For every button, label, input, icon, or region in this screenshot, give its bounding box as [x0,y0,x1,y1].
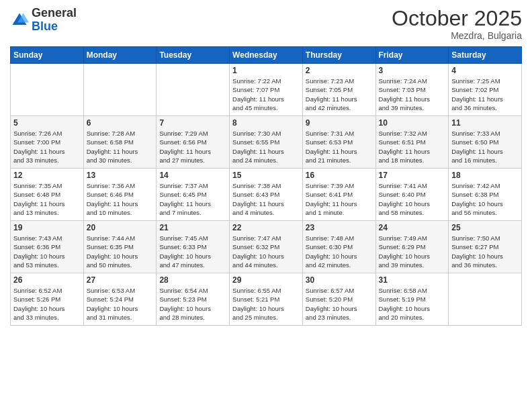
day-info: Sunrise: 7:41 AM Sunset: 6:40 PM Dayligh… [379,181,446,217]
day-info: Sunrise: 7:48 AM Sunset: 6:30 PM Dayligh… [306,234,373,269]
calendar-cell: 29Sunrise: 6:55 AM Sunset: 5:21 PM Dayli… [230,273,303,326]
day-info: Sunrise: 7:29 AM Sunset: 6:56 PM Dayligh… [159,129,226,165]
day-info: Sunrise: 7:24 AM Sunset: 7:03 PM Dayligh… [379,77,446,112]
day-number: 2 [306,66,373,75]
day-number: 25 [451,223,519,232]
calendar-cell: 23Sunrise: 7:48 AM Sunset: 6:30 PM Dayli… [302,221,375,273]
calendar-cell: 5Sunrise: 7:26 AM Sunset: 7:00 PM Daylig… [11,116,84,169]
weekday-header: Thursday [302,47,375,64]
day-info: Sunrise: 6:57 AM Sunset: 5:20 PM Dayligh… [306,286,373,322]
day-number: 1 [232,66,300,75]
day-info: Sunrise: 7:47 AM Sunset: 6:32 PM Dayligh… [232,234,300,269]
calendar-cell: 17Sunrise: 7:41 AM Sunset: 6:40 PM Dayli… [375,169,449,221]
calendar-cell: 22Sunrise: 7:47 AM Sunset: 6:32 PM Dayli… [230,221,303,273]
day-number: 7 [159,118,226,128]
calendar-cell: 28Sunrise: 6:54 AM Sunset: 5:23 PM Dayli… [157,273,230,326]
day-info: Sunrise: 7:32 AM Sunset: 6:51 PM Dayligh… [379,129,446,165]
day-info: Sunrise: 7:30 AM Sunset: 6:55 PM Dayligh… [232,129,300,165]
calendar-cell: 20Sunrise: 7:44 AM Sunset: 6:35 PM Dayli… [83,221,157,273]
calendar-cell: 18Sunrise: 7:42 AM Sunset: 6:38 PM Dayli… [449,169,522,221]
day-info: Sunrise: 7:45 AM Sunset: 6:33 PM Dayligh… [159,234,226,269]
calendar-cell: 31Sunrise: 6:58 AM Sunset: 5:19 PM Dayli… [375,273,449,326]
day-info: Sunrise: 7:25 AM Sunset: 7:02 PM Dayligh… [451,77,519,112]
day-number: 24 [379,223,446,232]
calendar-cell: 3Sunrise: 7:24 AM Sunset: 7:03 PM Daylig… [375,64,449,116]
day-number: 4 [451,66,519,75]
day-number: 14 [159,171,226,180]
calendar-cell: 10Sunrise: 7:32 AM Sunset: 6:51 PM Dayli… [375,116,449,169]
day-number: 10 [379,118,446,128]
title-block: October 2025 Mezdra, Bulgaria [392,7,522,41]
day-number: 11 [451,118,519,128]
header: General Blue October 2025 Mezdra, Bulgar… [10,7,522,41]
day-info: Sunrise: 7:22 AM Sunset: 7:07 PM Dayligh… [232,77,300,112]
calendar-cell [157,64,230,116]
day-number: 20 [87,223,154,232]
calendar-cell [83,64,157,116]
day-number: 21 [159,223,226,232]
calendar-cell [449,273,522,326]
day-number: 26 [13,275,81,285]
calendar-cell: 12Sunrise: 7:35 AM Sunset: 6:48 PM Dayli… [11,169,84,221]
calendar-week-row: 5Sunrise: 7:26 AM Sunset: 7:00 PM Daylig… [11,116,522,169]
day-number: 13 [87,171,154,180]
calendar-week-row: 19Sunrise: 7:43 AM Sunset: 6:36 PM Dayli… [11,221,522,273]
day-number: 19 [13,223,81,232]
calendar-cell: 9Sunrise: 7:31 AM Sunset: 6:53 PM Daylig… [302,116,375,169]
day-number: 8 [232,118,300,128]
calendar-cell: 11Sunrise: 7:33 AM Sunset: 6:50 PM Dayli… [449,116,522,169]
day-info: Sunrise: 7:28 AM Sunset: 6:58 PM Dayligh… [87,129,154,165]
calendar-week-row: 12Sunrise: 7:35 AM Sunset: 6:48 PM Dayli… [11,169,522,221]
day-info: Sunrise: 7:43 AM Sunset: 6:36 PM Dayligh… [13,234,81,269]
weekday-header: Wednesday [230,47,303,64]
day-info: Sunrise: 6:53 AM Sunset: 5:24 PM Dayligh… [87,286,154,322]
calendar-cell: 7Sunrise: 7:29 AM Sunset: 6:56 PM Daylig… [157,116,230,169]
day-info: Sunrise: 7:36 AM Sunset: 6:46 PM Dayligh… [87,181,154,217]
day-info: Sunrise: 7:35 AM Sunset: 6:48 PM Dayligh… [13,181,81,217]
calendar-cell: 13Sunrise: 7:36 AM Sunset: 6:46 PM Dayli… [83,169,157,221]
calendar-cell: 26Sunrise: 6:52 AM Sunset: 5:26 PM Dayli… [11,273,84,326]
day-number: 12 [13,171,81,180]
calendar-cell: 15Sunrise: 7:38 AM Sunset: 6:43 PM Dayli… [230,169,303,221]
day-number: 27 [87,275,154,285]
day-number: 9 [306,118,373,128]
calendar-cell: 27Sunrise: 6:53 AM Sunset: 5:24 PM Dayli… [83,273,157,326]
day-number: 6 [87,118,154,128]
day-number: 22 [232,223,300,232]
logo-blue-text: Blue [32,19,58,33]
day-info: Sunrise: 7:33 AM Sunset: 6:50 PM Dayligh… [451,129,519,165]
calendar-cell: 24Sunrise: 7:49 AM Sunset: 6:29 PM Dayli… [375,221,449,273]
calendar-cell: 4Sunrise: 7:25 AM Sunset: 7:02 PM Daylig… [449,64,522,116]
day-number: 29 [232,275,300,285]
page: General Blue October 2025 Mezdra, Bulgar… [0,0,532,411]
day-info: Sunrise: 7:26 AM Sunset: 7:00 PM Dayligh… [13,129,81,165]
calendar-cell: 16Sunrise: 7:39 AM Sunset: 6:41 PM Dayli… [302,169,375,221]
calendar-cell: 21Sunrise: 7:45 AM Sunset: 6:33 PM Dayli… [157,221,230,273]
calendar-cell: 30Sunrise: 6:57 AM Sunset: 5:20 PM Dayli… [302,273,375,326]
calendar-cell [11,64,84,116]
location: Mezdra, Bulgaria [392,30,522,41]
day-info: Sunrise: 7:42 AM Sunset: 6:38 PM Dayligh… [451,181,519,217]
day-info: Sunrise: 7:23 AM Sunset: 7:05 PM Dayligh… [306,77,373,112]
day-number: 23 [306,223,373,232]
weekday-header: Saturday [449,47,522,64]
day-info: Sunrise: 7:49 AM Sunset: 6:29 PM Dayligh… [379,234,446,269]
day-number: 18 [451,171,519,180]
day-number: 30 [306,275,373,285]
day-number: 17 [379,171,446,180]
calendar-cell: 6Sunrise: 7:28 AM Sunset: 6:58 PM Daylig… [83,116,157,169]
day-number: 28 [159,275,226,285]
day-number: 5 [13,118,81,128]
calendar: SundayMondayTuesdayWednesdayThursdayFrid… [10,46,522,326]
weekday-header: Tuesday [157,47,230,64]
day-info: Sunrise: 6:58 AM Sunset: 5:19 PM Dayligh… [379,286,446,322]
day-info: Sunrise: 6:54 AM Sunset: 5:23 PM Dayligh… [159,286,226,322]
day-number: 16 [306,171,373,180]
day-info: Sunrise: 7:37 AM Sunset: 6:45 PM Dayligh… [159,181,226,217]
day-info: Sunrise: 7:39 AM Sunset: 6:41 PM Dayligh… [306,181,373,217]
calendar-cell: 25Sunrise: 7:50 AM Sunset: 6:27 PM Dayli… [449,221,522,273]
day-info: Sunrise: 7:44 AM Sunset: 6:35 PM Dayligh… [87,234,154,269]
logo: General Blue [10,7,77,34]
calendar-cell: 8Sunrise: 7:30 AM Sunset: 6:55 PM Daylig… [230,116,303,169]
day-info: Sunrise: 7:38 AM Sunset: 6:43 PM Dayligh… [232,181,300,217]
